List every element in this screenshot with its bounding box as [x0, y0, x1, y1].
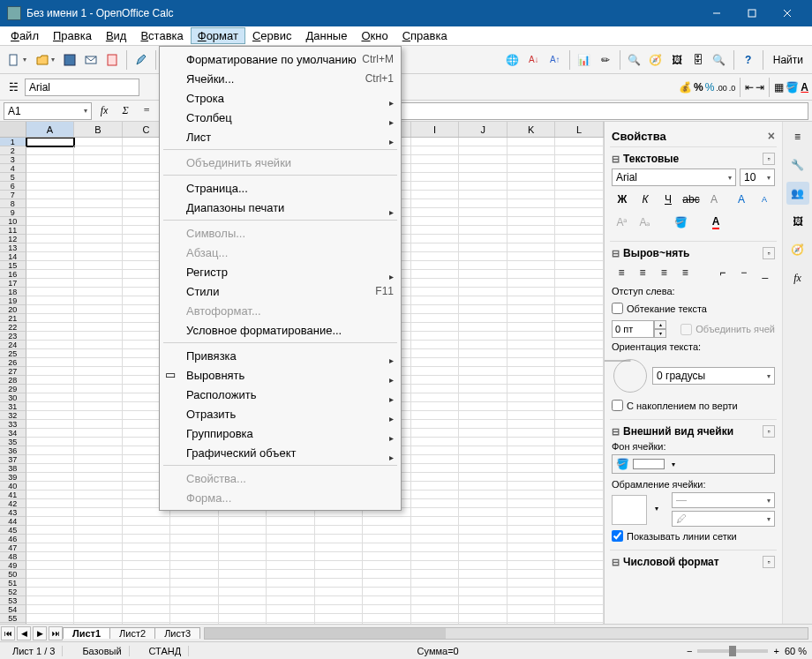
cell[interactable] [508, 438, 556, 446]
cell[interactable] [459, 279, 508, 288]
cell[interactable] [459, 314, 508, 323]
cell[interactable] [363, 579, 411, 588]
row-header[interactable]: 6 [0, 182, 26, 191]
cell[interactable] [74, 614, 123, 623]
cell[interactable] [555, 146, 604, 155]
cell[interactable] [411, 464, 460, 473]
row-header[interactable]: 44 [0, 517, 26, 526]
cell[interactable] [26, 561, 75, 570]
cell[interactable] [219, 579, 267, 588]
row-header[interactable]: 25 [0, 349, 26, 358]
cell[interactable] [555, 155, 604, 164]
cell[interactable] [508, 261, 556, 270]
cell[interactable] [508, 305, 556, 314]
row-header[interactable]: 3 [0, 155, 26, 164]
bgcolor-button[interactable]: 🪣 [786, 81, 799, 94]
menu-справка[interactable]: Справка [395, 27, 455, 44]
cell[interactable] [74, 473, 123, 482]
cell[interactable] [411, 296, 460, 305]
cell[interactable] [508, 296, 556, 305]
cell[interactable] [315, 588, 364, 596]
valign-bottom-button[interactable]: _ [756, 263, 775, 282]
cell[interactable] [459, 411, 508, 420]
row-header[interactable]: 53 [0, 596, 26, 605]
cell[interactable] [26, 138, 75, 146]
cell[interactable] [74, 226, 123, 235]
col-header-B[interactable]: B [74, 122, 123, 137]
cell[interactable] [26, 570, 75, 579]
align-justify-button[interactable]: ≡ [675, 263, 695, 282]
cell[interactable] [459, 332, 508, 341]
row-header[interactable]: 33 [0, 420, 26, 429]
cell[interactable] [508, 455, 556, 464]
cell[interactable] [555, 341, 604, 349]
cell[interactable] [26, 579, 75, 588]
cell[interactable] [555, 605, 604, 614]
cell[interactable] [411, 252, 460, 261]
cell[interactable] [411, 146, 460, 155]
row-header[interactable]: 10 [0, 217, 26, 226]
cell[interactable] [459, 570, 508, 579]
cell[interactable] [411, 208, 460, 217]
valign-mid-button[interactable]: − [734, 263, 754, 282]
row-header[interactable]: 34 [0, 429, 26, 438]
cell[interactable] [74, 393, 123, 402]
row-header[interactable]: 20 [0, 305, 26, 314]
cell[interactable] [555, 226, 604, 235]
cell[interactable] [508, 570, 556, 579]
cell[interactable] [267, 543, 315, 552]
cell[interactable] [26, 146, 75, 155]
new-doc-button[interactable] [4, 50, 30, 70]
cell[interactable] [74, 270, 123, 279]
cell[interactable] [508, 288, 556, 296]
col-header-I[interactable]: I [411, 122, 460, 137]
tab-first-button[interactable]: ⏮ [1, 626, 15, 640]
cell[interactable] [508, 517, 556, 526]
cell[interactable] [411, 517, 460, 526]
cell[interactable] [74, 208, 123, 217]
cell[interactable] [26, 517, 75, 526]
cell[interactable] [74, 605, 123, 614]
cell[interactable] [508, 243, 556, 252]
currency-button[interactable]: 💰 [679, 81, 692, 94]
cell[interactable] [170, 552, 219, 561]
tab-next-button[interactable]: ▶ [33, 626, 47, 640]
cell[interactable] [315, 579, 364, 588]
cell[interactable] [74, 314, 123, 323]
cell[interactable] [411, 217, 460, 226]
row-header[interactable]: 29 [0, 385, 26, 393]
cell[interactable] [555, 543, 604, 552]
tab-prev-button[interactable]: ◀ [17, 626, 31, 640]
gallery-tab[interactable]: 🖼 [786, 210, 809, 233]
cell[interactable] [123, 535, 171, 543]
menuitem--[interactable]: Графический объект [160, 443, 401, 462]
cell[interactable] [411, 164, 460, 173]
cell[interactable] [74, 296, 123, 305]
row-header[interactable]: 35 [0, 438, 26, 446]
cell[interactable] [555, 535, 604, 543]
cell[interactable] [555, 261, 604, 270]
cell[interactable] [219, 596, 267, 605]
cell[interactable] [26, 208, 75, 217]
cell[interactable] [459, 552, 508, 561]
cell[interactable] [26, 243, 75, 252]
menu-формат[interactable]: Формат [191, 27, 245, 44]
edit-button[interactable] [132, 50, 151, 70]
cell[interactable] [267, 623, 315, 624]
cell[interactable] [170, 570, 219, 579]
cell[interactable] [411, 438, 460, 446]
cell[interactable] [170, 605, 219, 614]
cell[interactable] [555, 561, 604, 570]
cell[interactable] [26, 552, 75, 561]
row-header[interactable]: 49 [0, 561, 26, 570]
cell[interactable] [508, 385, 556, 393]
indent-up[interactable]: ▴ [654, 320, 666, 329]
cell[interactable] [411, 323, 460, 332]
cell[interactable] [315, 552, 364, 561]
cell[interactable] [74, 588, 123, 596]
cell[interactable] [219, 526, 267, 535]
cell[interactable] [555, 579, 604, 588]
sort-asc-button[interactable]: A↓ [524, 50, 544, 70]
navigator-button[interactable]: 🧭 [646, 50, 665, 70]
fontcolor-button[interactable]: A [801, 81, 808, 94]
